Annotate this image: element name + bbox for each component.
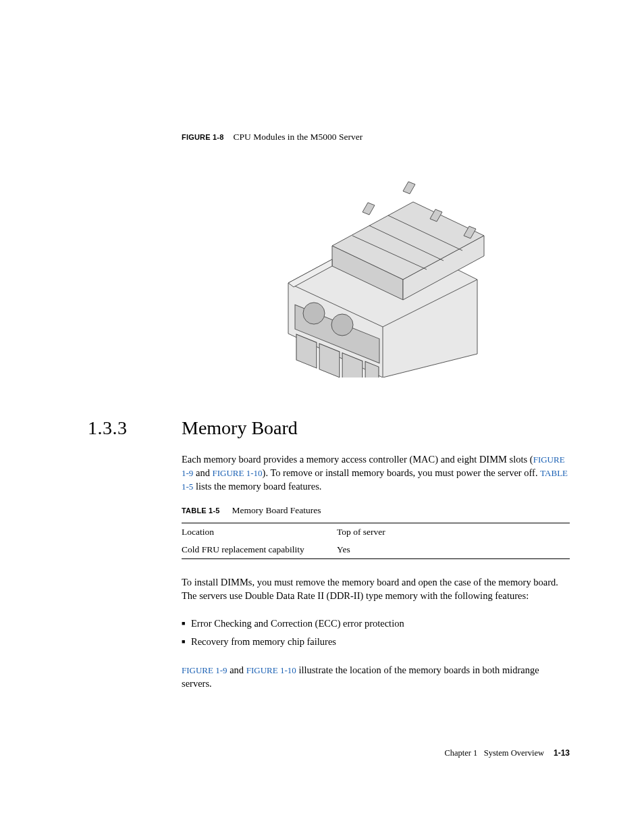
section-number: 1.3.3 <box>88 417 182 439</box>
figure-image <box>182 155 570 380</box>
memory-board-features-table: Location Top of server Cold FRU replacem… <box>182 523 570 559</box>
table-row: Location Top of server <box>182 523 570 542</box>
list-item: Recovery from memory chip failures <box>191 633 570 651</box>
section-heading: 1.3.3 Memory Board <box>88 417 570 439</box>
table-cell-key: Cold FRU replacement capability <box>182 541 337 559</box>
table-caption-text: Memory Board Features <box>232 505 321 515</box>
figure-caption-text: CPU Modules in the M5000 Server <box>234 132 363 142</box>
table-cell-value: Yes <box>337 541 570 559</box>
footer-chapter: Chapter 1 <box>444 748 477 758</box>
table-label: TABLE 1-5 <box>182 506 220 515</box>
svg-point-7 <box>303 303 325 324</box>
link-figure-1-9[interactable]: FIGURE 1-9 <box>182 665 227 675</box>
figure-label: FIGURE 1-8 <box>182 133 224 141</box>
footer-page-number: 1-13 <box>554 748 570 758</box>
server-illustration-icon <box>261 155 491 377</box>
list-item: Error Checking and Correction (ECC) erro… <box>191 615 570 633</box>
table-cell-value: Top of server <box>337 523 570 542</box>
paragraph-figures: FIGURE 1-9 and FIGURE 1-10 illustrate th… <box>182 663 570 690</box>
svg-point-8 <box>331 314 353 336</box>
figure-caption: FIGURE 1-8CPU Modules in the M5000 Serve… <box>182 132 570 142</box>
page-footer: Chapter 1 System Overview1-13 <box>444 748 570 758</box>
paragraph-intro: Each memory board provides a memory acce… <box>182 452 570 493</box>
footer-chapter-title: System Overview <box>484 748 544 758</box>
table-cell-key: Location <box>182 523 337 542</box>
link-figure-1-10[interactable]: FIGURE 1-10 <box>246 665 296 675</box>
link-figure-1-10[interactable]: FIGURE 1-10 <box>213 468 263 478</box>
paragraph-install: To install DIMMs, you must remove the me… <box>182 575 570 602</box>
table-row: Cold FRU replacement capability Yes <box>182 541 570 559</box>
feature-list: Error Checking and Correction (ECC) erro… <box>182 615 570 651</box>
table-caption: TABLE 1-5Memory Board Features <box>182 505 570 516</box>
section-title: Memory Board <box>182 417 298 439</box>
